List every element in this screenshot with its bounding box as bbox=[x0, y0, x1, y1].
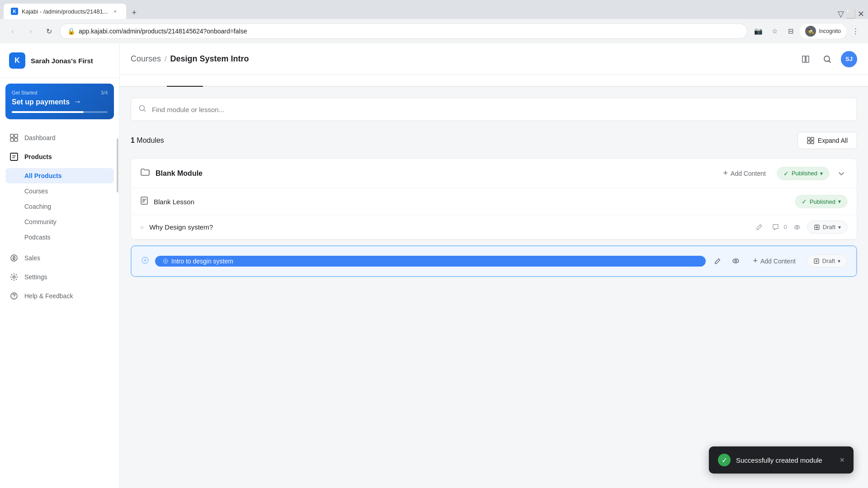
visibility-icon[interactable] bbox=[791, 221, 803, 234]
toast-message: Successfully created module bbox=[736, 456, 822, 464]
toast-notification: ✓ Successfully created module × bbox=[709, 446, 854, 474]
search-icon-btn[interactable] bbox=[819, 51, 835, 67]
forward-btn[interactable]: › bbox=[24, 24, 38, 38]
svg-rect-3 bbox=[14, 138, 18, 141]
svg-rect-1 bbox=[14, 134, 18, 137]
modules-label-text: Modules bbox=[137, 136, 164, 144]
lesson-check-icon: ✓ bbox=[802, 198, 807, 205]
collapse-btn[interactable] bbox=[835, 167, 848, 180]
module-status-badge[interactable]: ✓ Published ▾ bbox=[777, 167, 830, 180]
new-module-edit-icon[interactable] bbox=[711, 255, 724, 267]
comment-count: 0 bbox=[784, 224, 787, 230]
module-folder-icon bbox=[140, 167, 150, 179]
breadcrumb-courses-link[interactable]: Courses bbox=[131, 54, 161, 64]
tab-content[interactable] bbox=[167, 75, 203, 87]
module-status-label: Published bbox=[792, 170, 817, 177]
edit-icon[interactable] bbox=[753, 221, 766, 234]
sidebar-item-label-sales: Sales bbox=[24, 254, 40, 262]
svg-rect-0 bbox=[10, 134, 14, 137]
comment-icon[interactable] bbox=[769, 221, 782, 234]
reload-btn[interactable]: ↻ bbox=[42, 24, 56, 38]
tab-menu-icon[interactable]: ⊟ bbox=[783, 24, 798, 38]
svg-rect-14 bbox=[811, 141, 814, 144]
sidebar-scrollbar bbox=[117, 138, 118, 192]
lock-icon: 🔒 bbox=[67, 28, 75, 35]
sidebar-item-courses[interactable]: Courses bbox=[0, 183, 119, 199]
module-actions: + Add Content ✓ Published ▾ bbox=[718, 166, 848, 181]
new-tab-btn[interactable]: + bbox=[128, 6, 141, 19]
tab-title: Kajabi - /admin/products/21481... bbox=[22, 8, 108, 15]
new-module-plus-icon: + bbox=[753, 256, 758, 266]
breadcrumb-separator: / bbox=[165, 55, 166, 63]
drag-handle-icon: ≡ bbox=[140, 224, 144, 231]
sidebar-nav: Dashboard Products All Products bbox=[0, 125, 119, 309]
tab-other[interactable] bbox=[203, 75, 239, 87]
sidebar-item-settings[interactable]: Settings bbox=[0, 267, 119, 286]
modules-count: 1 Modules bbox=[131, 136, 164, 145]
app-layout: K Sarah Jonas's First Get Started 3/4 Se… bbox=[0, 43, 868, 488]
svg-point-6 bbox=[13, 276, 15, 278]
module-add-content-btn[interactable]: + Add Content bbox=[718, 166, 771, 181]
sidebar-item-coaching[interactable]: Coaching bbox=[0, 199, 119, 214]
sidebar-item-products[interactable]: Products bbox=[0, 147, 119, 166]
lesson-doc-icon bbox=[140, 197, 148, 207]
get-started-banner[interactable]: Get Started 3/4 Set up payments → bbox=[5, 84, 114, 119]
avatar[interactable]: SJ bbox=[841, 51, 857, 67]
module-header: Blank Module + Add Content ✓ Published ▾ bbox=[131, 159, 857, 188]
plus-icon: + bbox=[723, 169, 728, 178]
get-started-progress: 3/4 bbox=[101, 90, 108, 95]
tab-overview[interactable] bbox=[131, 75, 167, 87]
browser-tab-active[interactable]: K Kajabi - /admin/products/21481... × bbox=[4, 4, 126, 19]
sidebar-item-label-dashboard: Dashboard bbox=[24, 134, 56, 141]
new-module-status-badge[interactable]: Draft ▾ bbox=[807, 254, 847, 267]
sub-lesson-status-badge[interactable]: Draft ▾ bbox=[807, 221, 848, 234]
tab-favicon: K bbox=[11, 8, 18, 15]
new-module-header: Intro to desgin system bbox=[132, 246, 856, 276]
new-module-add-content-btn[interactable]: + Add Content bbox=[747, 253, 801, 268]
search-icon bbox=[138, 104, 146, 115]
sidebar-item-all-products[interactable]: All Products bbox=[5, 168, 114, 183]
settings-icon bbox=[9, 272, 19, 282]
expand-all-btn[interactable]: Expand All bbox=[797, 132, 857, 149]
svg-point-8 bbox=[14, 297, 14, 298]
modules-count-number: 1 bbox=[131, 136, 135, 144]
new-module-actions: + Add Content Draft ▾ bbox=[711, 253, 847, 268]
camera-icon[interactable]: 📷 bbox=[751, 24, 765, 38]
window-close-btn[interactable]: ✕ bbox=[858, 9, 864, 19]
new-module-title-area: Intro to desgin system bbox=[155, 256, 706, 267]
chevron-down-icon: ▾ bbox=[820, 170, 823, 177]
search-input[interactable] bbox=[152, 106, 849, 113]
lesson-item-blank: Blank Lesson ✓ Published ▾ bbox=[131, 188, 857, 215]
sidebar-item-help[interactable]: Help & Feedback bbox=[0, 286, 119, 305]
new-module-visibility-icon[interactable] bbox=[729, 255, 742, 267]
page-content: 1 Modules Expand All bbox=[120, 87, 868, 488]
book-icon-btn[interactable] bbox=[797, 51, 814, 67]
svg-point-16 bbox=[794, 225, 800, 229]
logo-text: Sarah Jonas's First bbox=[31, 57, 93, 65]
svg-point-17 bbox=[796, 226, 798, 228]
new-module-card: Intro to desgin system bbox=[131, 245, 857, 277]
sidebar-item-podcasts[interactable]: Podcasts bbox=[0, 230, 119, 245]
sidebar-item-community[interactable]: Community bbox=[0, 214, 119, 230]
tab-close-btn[interactable]: × bbox=[112, 8, 119, 15]
add-content-label: Add Content bbox=[731, 170, 766, 177]
bookmark-icon[interactable]: ☆ bbox=[767, 24, 782, 38]
incognito-badge: 🕵 Incognito bbox=[800, 24, 846, 38]
sidebar: K Sarah Jonas's First Get Started 3/4 Se… bbox=[0, 43, 120, 488]
window-restore-btn[interactable]: ⬜ bbox=[846, 9, 856, 19]
address-bar[interactable]: 🔒 app.kajabi.com/admin/products/21481456… bbox=[60, 23, 747, 39]
logo-icon: K bbox=[9, 52, 25, 69]
more-options-btn[interactable]: ⋮ bbox=[848, 24, 863, 38]
dashboard-icon bbox=[9, 133, 19, 143]
lesson-status-badge[interactable]: ✓ Published ▾ bbox=[795, 195, 848, 208]
back-btn[interactable]: ‹ bbox=[5, 24, 20, 38]
check-icon: ✓ bbox=[783, 170, 789, 177]
address-text: app.kajabi.com/admin/products/2148145624… bbox=[79, 28, 740, 35]
sidebar-item-dashboard[interactable]: Dashboard bbox=[0, 128, 119, 147]
toast-close-btn[interactable]: × bbox=[840, 455, 844, 465]
svg-rect-12 bbox=[811, 137, 814, 140]
incognito-label: Incognito bbox=[819, 28, 841, 34]
sidebar-item-sales[interactable]: Sales bbox=[0, 249, 119, 267]
sidebar-scroll-area: Dashboard Products All Products bbox=[0, 125, 119, 488]
window-minimize-btn[interactable]: ▽ bbox=[838, 9, 844, 19]
